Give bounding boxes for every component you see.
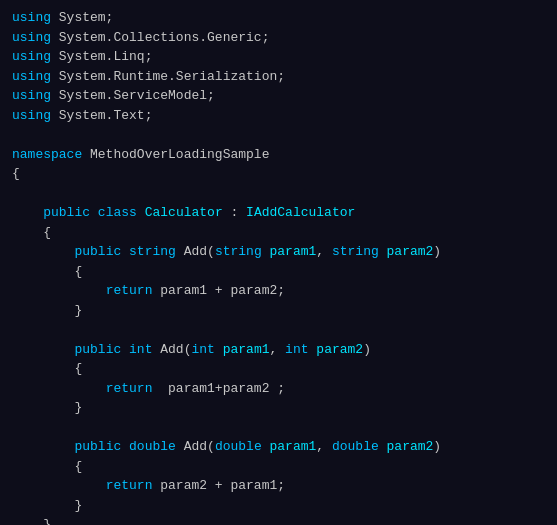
line-17 (12, 320, 545, 340)
line-13: public string Add(string param1, string … (12, 242, 545, 262)
line-14: { (12, 262, 545, 282)
line-2: using System.Collections.Generic; (12, 28, 545, 48)
line-16: } (12, 301, 545, 321)
line-27: } (12, 515, 545, 525)
line-7 (12, 125, 545, 145)
line-21: } (12, 398, 545, 418)
line-6: using System.Text; (12, 106, 545, 126)
line-8: namespace MethodOverLoadingSample (12, 145, 545, 165)
code-editor: using System; using System.Collections.G… (0, 0, 557, 525)
line-15: return param1 + param2; (12, 281, 545, 301)
line-24: { (12, 457, 545, 477)
line-11: public class Calculator : IAddCalculator (12, 203, 545, 223)
line-5: using System.ServiceModel; (12, 86, 545, 106)
line-12: { (12, 223, 545, 243)
line-20: return param1+param2 ; (12, 379, 545, 399)
line-19: { (12, 359, 545, 379)
line-1: using System; (12, 8, 545, 28)
line-26: } (12, 496, 545, 516)
line-10 (12, 184, 545, 204)
line-23: public double Add(double param1, double … (12, 437, 545, 457)
line-9: { (12, 164, 545, 184)
line-22 (12, 418, 545, 438)
line-25: return param2 + param1; (12, 476, 545, 496)
line-3: using System.Linq; (12, 47, 545, 67)
line-4: using System.Runtime.Serialization; (12, 67, 545, 87)
line-18: public int Add(int param1, int param2) (12, 340, 545, 360)
